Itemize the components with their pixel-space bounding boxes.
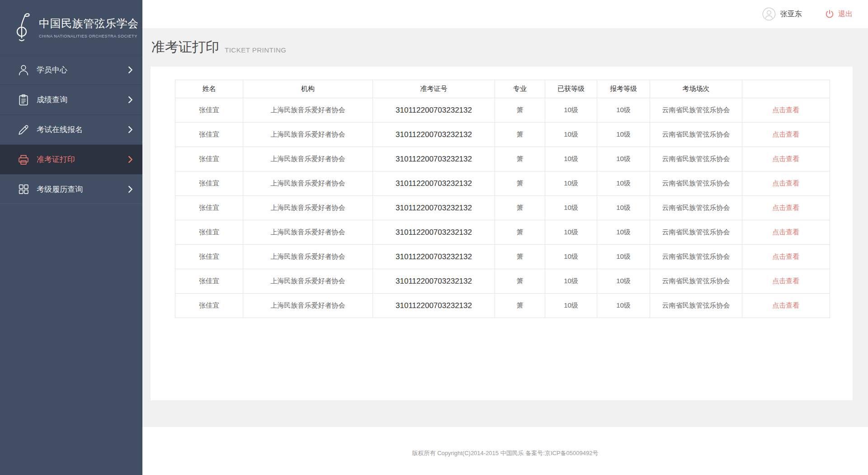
logout-label: 退出 <box>838 10 853 19</box>
cell-org: 上海民族音乐爱好者协会 <box>243 147 373 171</box>
header-applied-level: 报考等级 <box>597 80 650 98</box>
cell-major: 箫 <box>495 220 545 245</box>
main-area: 张亚东 退出 准考证打印 TICKET PRINTING <box>142 0 868 475</box>
view-ticket-link[interactable]: 点击查看 <box>773 106 800 114</box>
cell-venue: 云南省民族管弦乐协会 <box>650 220 742 245</box>
chevron-right-icon <box>128 126 133 133</box>
sidebar-item-ticket-printing[interactable]: 准考证打印 <box>0 144 142 174</box>
table-row: 张佳宜 上海民族音乐爱好者协会 310112200703232132 箫 10级… <box>175 171 830 196</box>
sidebar-item-exam-history[interactable]: 考级履历查询 <box>0 174 142 204</box>
ticket-table-head: 姓名 机构 准考证号 专业 已获等级 报考等级 考场场次 <box>175 80 830 98</box>
username: 张亚东 <box>780 10 802 19</box>
cell-action: 点击查看 <box>742 294 830 318</box>
cell-applied-level: 10级 <box>597 147 650 171</box>
cell-action: 点击查看 <box>742 147 830 171</box>
view-ticket-link[interactable]: 点击查看 <box>773 155 800 162</box>
cell-obtained-level: 10级 <box>545 147 597 171</box>
view-ticket-link[interactable]: 点击查看 <box>773 301 800 309</box>
cell-name: 张佳宜 <box>175 196 243 220</box>
sidebar-item-label: 考试在线报名 <box>37 124 83 135</box>
cell-org: 上海民族音乐爱好者协会 <box>243 245 373 269</box>
pencil-icon <box>17 124 30 136</box>
page-head: 准考证打印 TICKET PRINTING <box>142 28 868 66</box>
cell-applied-level: 10级 <box>597 294 650 318</box>
sidebar-item-score-inquiry[interactable]: 成绩查询 <box>0 85 142 114</box>
cell-applied-level: 10级 <box>597 196 650 220</box>
cell-org: 上海民族音乐爱好者协会 <box>243 294 373 318</box>
view-ticket-link[interactable]: 点击查看 <box>773 204 800 211</box>
cell-ticket-no: 310112200703232132 <box>373 220 495 245</box>
cell-major: 箫 <box>495 245 545 269</box>
header-ticket-no: 准考证号 <box>373 80 495 98</box>
ticket-table-body: 张佳宜 上海民族音乐爱好者协会 310112200703232132 箫 10级… <box>175 98 830 318</box>
cell-venue: 云南省民族管弦乐协会 <box>650 294 742 318</box>
cell-major: 箫 <box>495 171 545 196</box>
page-subtitle: TICKET PRINTING <box>225 46 286 54</box>
chevron-right-icon <box>128 96 133 104</box>
cell-applied-level: 10级 <box>597 220 650 245</box>
header-venue: 考场场次 <box>650 80 742 98</box>
sidebar-menu: 学员中心 成绩查询 <box>0 55 142 204</box>
cell-action: 点击查看 <box>742 269 830 294</box>
cell-major: 箫 <box>495 294 545 318</box>
cell-org: 上海民族音乐爱好者协会 <box>243 269 373 294</box>
header-obtained-level: 已获等级 <box>545 80 597 98</box>
page-title: 准考证打印 <box>151 38 219 57</box>
view-ticket-link[interactable]: 点击查看 <box>773 252 800 260</box>
cell-ticket-no: 310112200703232132 <box>373 171 495 196</box>
cell-name: 张佳宜 <box>175 245 243 269</box>
content-card: 姓名 机构 准考证号 专业 已获等级 报考等级 考场场次 张佳宜 上海民族音乐爱… <box>151 66 853 400</box>
view-ticket-link[interactable]: 点击查看 <box>773 228 800 236</box>
table-row: 张佳宜 上海民族音乐爱好者协会 310112200703232132 箫 10级… <box>175 245 830 269</box>
cell-obtained-level: 10级 <box>545 269 597 294</box>
power-icon <box>825 9 835 19</box>
chevron-right-icon <box>128 185 133 193</box>
header-name: 姓名 <box>175 80 243 98</box>
cell-name: 张佳宜 <box>175 294 243 318</box>
view-ticket-link[interactable]: 点击查看 <box>773 130 800 138</box>
cell-obtained-level: 10级 <box>545 171 597 196</box>
logout-button[interactable]: 退出 <box>825 9 853 19</box>
cell-venue: 云南省民族管弦乐协会 <box>650 269 742 294</box>
brand-text: 中国民族管弦乐学会 CHINA NATIONALITIES ORCHESTRA … <box>39 16 139 38</box>
cell-venue: 云南省民族管弦乐协会 <box>650 245 742 269</box>
cell-name: 张佳宜 <box>175 171 243 196</box>
content-area: 准考证打印 TICKET PRINTING 姓名 机构 准考证号 专业 已获等级… <box>142 28 868 427</box>
cell-applied-level: 10级 <box>597 245 650 269</box>
sidebar-item-label: 成绩查询 <box>37 95 67 105</box>
cell-ticket-no: 310112200703232132 <box>373 98 495 123</box>
table-row: 张佳宜 上海民族音乐爱好者协会 310112200703232132 箫 10级… <box>175 294 830 318</box>
table-row: 张佳宜 上海民族音乐爱好者协会 310112200703232132 箫 10级… <box>175 123 830 147</box>
cell-major: 箫 <box>495 196 545 220</box>
sidebar-item-student-center[interactable]: 学员中心 <box>0 55 142 85</box>
table-row: 张佳宜 上海民族音乐爱好者协会 310112200703232132 箫 10级… <box>175 147 830 171</box>
cell-ticket-no: 310112200703232132 <box>373 147 495 171</box>
cell-venue: 云南省民族管弦乐协会 <box>650 123 742 147</box>
header-org: 机构 <box>243 80 373 98</box>
cell-action: 点击查看 <box>742 123 830 147</box>
cell-action: 点击查看 <box>742 196 830 220</box>
table-row: 张佳宜 上海民族音乐爱好者协会 310112200703232132 箫 10级… <box>175 98 830 123</box>
clipboard-icon <box>17 94 30 106</box>
cell-obtained-level: 10级 <box>545 98 597 123</box>
table-row: 张佳宜 上海民族音乐爱好者协会 310112200703232132 箫 10级… <box>175 220 830 245</box>
cell-obtained-level: 10级 <box>545 245 597 269</box>
cell-applied-level: 10级 <box>597 123 650 147</box>
sidebar-item-label: 准考证打印 <box>37 154 75 165</box>
header-action <box>742 80 830 98</box>
sidebar-item-label: 考级履历查询 <box>37 184 83 195</box>
sidebar-item-online-registration[interactable]: 考试在线报名 <box>0 114 142 144</box>
cell-org: 上海民族音乐爱好者协会 <box>243 171 373 196</box>
footer: 版权所有 Copyright(C)2014-2015 中国民乐 备案号:京ICP… <box>142 427 868 475</box>
view-ticket-link[interactable]: 点击查看 <box>773 179 800 187</box>
table-row: 张佳宜 上海民族音乐爱好者协会 310112200703232132 箫 10级… <box>175 269 830 294</box>
cell-name: 张佳宜 <box>175 123 243 147</box>
user-chip: 张亚东 <box>762 7 802 21</box>
view-ticket-link[interactable]: 点击查看 <box>773 277 800 285</box>
cell-ticket-no: 310112200703232132 <box>373 245 495 269</box>
cell-org: 上海民族音乐爱好者协会 <box>243 98 373 123</box>
ticket-table: 姓名 机构 准考证号 专业 已获等级 报考等级 考场场次 张佳宜 上海民族音乐爱… <box>175 80 830 318</box>
sidebar-item-label: 学员中心 <box>37 65 67 75</box>
grid-icon <box>17 183 30 195</box>
chevron-right-icon <box>128 66 133 74</box>
